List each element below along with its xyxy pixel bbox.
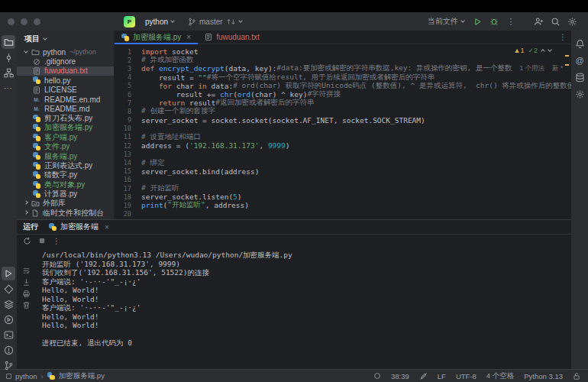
tree-item[interactable]: 加密服务端.py: [17, 123, 114, 132]
indent-indicator[interactable]: 4 个空格: [486, 371, 514, 381]
console-line: 客户端说: '·‐··‐'"_‐¡·¿': [42, 277, 571, 286]
run-configuration-selector[interactable]: 当前文件: [423, 15, 469, 28]
console-line: Hello, World!: [42, 312, 571, 322]
chevron-down-icon: [460, 18, 465, 23]
project-icon[interactable]: [2, 35, 15, 49]
tree-chevron-icon[interactable]: [24, 49, 28, 53]
window-controls: [8, 18, 40, 25]
tree-item[interactable]: 类与对象.py: [17, 180, 114, 189]
ignore-file-icon: [32, 57, 41, 66]
scroll-to-end-icon[interactable]: [21, 278, 31, 286]
problems-icon[interactable]: [2, 343, 15, 357]
python-console-icon[interactable]: [2, 297, 15, 311]
close-tab-icon[interactable]: ×: [186, 33, 191, 41]
notifications-icon[interactable]: [573, 37, 586, 50]
tree-item[interactable]: M↓README.md: [17, 104, 114, 113]
search-everywhere-button[interactable]: [547, 14, 564, 29]
services-icon[interactable]: [2, 312, 15, 326]
zoom-window-button[interactable]: [34, 18, 40, 25]
branch-selector[interactable]: master: [183, 16, 247, 28]
tree-item[interactable]: 文件.py: [17, 142, 114, 151]
python-file-icon: [32, 124, 41, 132]
tree-item[interactable]: hello.py: [17, 76, 114, 85]
encoding-indicator[interactable]: UTF-8: [456, 372, 477, 380]
stop-icon[interactable]: [38, 237, 46, 244]
structure-icon[interactable]: [2, 66, 15, 79]
line-number: 5: [115, 82, 131, 89]
inspections-widget[interactable]: ▲1 ✓2: [514, 47, 552, 54]
python-file-icon: [32, 76, 41, 85]
line-number: 1: [115, 48, 131, 56]
tree-item[interactable]: fuwuduan.txt: [17, 66, 114, 76]
more-options-icon[interactable]: ⋮: [53, 237, 60, 245]
line-ending-indicator[interactable]: LF: [438, 372, 446, 380]
code-editor[interactable]: ▲1 ✓2 1import socket2# 异或加密函数3def encryp…: [115, 44, 571, 219]
tree-item[interactable]: 猜数字.py: [17, 170, 114, 180]
tree-item[interactable]: 剪刀石头布.py: [17, 114, 114, 123]
soft-wrap-icon[interactable]: [21, 267, 31, 275]
tab-fuwuduan[interactable]: fuwuduan.txt: [198, 31, 267, 44]
tree-item[interactable]: LICENSE: [17, 86, 114, 95]
debug-button[interactable]: [486, 14, 502, 29]
code-line: 19print("开始监听", address): [115, 201, 571, 209]
console-line: /usr/local/bin/python3.13 /Users/wudao/p…: [42, 251, 571, 260]
plugins-icon[interactable]: [573, 87, 586, 101]
breadcrumb-project[interactable]: python: [15, 372, 37, 380]
line-number: 8: [115, 108, 131, 115]
run-console[interactable]: /usr/local/bin/python3.13 /Users/wudao/p…: [35, 247, 571, 369]
run-icon[interactable]: [2, 267, 15, 280]
python-file-icon: [32, 143, 41, 151]
more-actions-button[interactable]: ⋮: [502, 14, 519, 29]
tree-item[interactable]: 计算器.py: [17, 189, 114, 199]
commit-icon[interactable]: [2, 50, 15, 64]
console-line: Hello, World!: [42, 295, 571, 304]
tab-options-icon[interactable]: ⋮: [559, 33, 567, 41]
terminal-icon[interactable]: [2, 328, 15, 342]
tree-item[interactable]: 临时文件和控制台: [17, 209, 114, 218]
line-number: 11: [115, 133, 131, 141]
lock-icon[interactable]: [573, 372, 580, 380]
pycharm-window: P python master 当前文件: [0, 0, 588, 382]
code-with-me-button[interactable]: [530, 14, 547, 29]
tree-item[interactable]: 客户端.py: [17, 133, 114, 142]
more-icon[interactable]: ⋯: [2, 81, 15, 95]
console-line: [42, 330, 571, 339]
console-line: 进程已结束, 退出代码为 0: [42, 338, 571, 348]
run-button[interactable]: [469, 14, 486, 29]
database-icon[interactable]: [573, 70, 586, 84]
next-problem-icon[interactable]: [548, 47, 552, 52]
version-control-icon[interactable]: [2, 358, 15, 372]
tree-item[interactable]: python~/python: [17, 47, 114, 57]
tree-item[interactable]: 正则表达式.py: [17, 161, 114, 170]
branch-name: master: [199, 18, 223, 26]
code-line: 15server_socket.bind(address): [115, 167, 571, 176]
prev-problem-icon[interactable]: [541, 49, 545, 53]
readonly-toggle-icon[interactable]: [419, 372, 428, 380]
code-line: 11# 设置地址和端口: [115, 133, 571, 141]
tree-item[interactable]: 服务端.py: [17, 151, 114, 160]
tree-item[interactable]: 外部库: [17, 199, 114, 208]
tree-item[interactable]: .gitignore: [17, 57, 114, 66]
settings-button[interactable]: [564, 14, 580, 29]
breadcrumb-file[interactable]: 加密服务端.py: [59, 371, 105, 381]
project-selector[interactable]: python: [141, 16, 179, 28]
interpreter-indicator[interactable]: Python 3.13: [524, 372, 563, 380]
print-icon[interactable]: [21, 290, 31, 298]
chevron-down-icon[interactable]: [43, 36, 47, 40]
line-number: 13: [115, 151, 131, 158]
rerun-icon[interactable]: [23, 237, 31, 245]
project-panel: 项目 python~/python.gitignorefuwuduan.txth…: [17, 31, 115, 219]
tab-encrypted-server[interactable]: 加密服务端.py ×: [115, 31, 198, 44]
sync-status-icon[interactable]: [373, 372, 381, 380]
minimize-window-button[interactable]: [21, 18, 27, 25]
ai-assistant-icon[interactable]: @: [573, 53, 586, 67]
packages-icon[interactable]: [2, 282, 15, 296]
close-window-button[interactable]: [8, 18, 15, 25]
close-run-tab-icon[interactable]: ×: [105, 223, 109, 231]
tree-chevron-icon[interactable]: [24, 201, 28, 206]
cursor-position[interactable]: 38:39: [391, 372, 409, 380]
clear-all-icon[interactable]: [21, 301, 31, 309]
tree-item[interactable]: M↓README.en.md: [17, 95, 114, 104]
run-tab[interactable]: 加密服务端 ×: [49, 222, 109, 232]
tree-chevron-icon[interactable]: [24, 210, 28, 215]
